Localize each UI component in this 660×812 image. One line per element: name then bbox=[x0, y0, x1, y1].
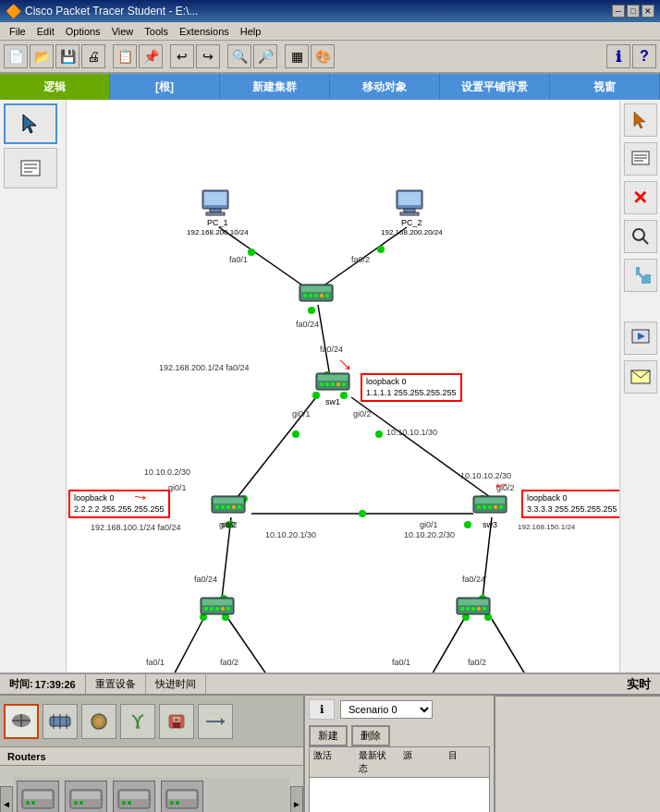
delete-tool[interactable]: ✕ bbox=[624, 181, 657, 214]
mode-new-cluster[interactable]: 新建集群 bbox=[220, 74, 330, 100]
svg-point-49 bbox=[320, 294, 324, 297]
node-pc2[interactable]: PC_2192.168.200.20/24 bbox=[381, 188, 443, 236]
lb1-line1: loopback 0 bbox=[366, 377, 457, 388]
print-button[interactable]: 🖨 bbox=[81, 44, 105, 68]
select-tool[interactable] bbox=[4, 103, 57, 144]
svg-point-54 bbox=[325, 382, 329, 386]
sw-lr-icon bbox=[455, 594, 492, 620]
mode-logic[interactable]: 逻辑 bbox=[0, 74, 110, 100]
paste-button[interactable]: 📌 bbox=[139, 44, 163, 68]
resize-tool[interactable] bbox=[624, 259, 657, 292]
sw3-icon bbox=[471, 492, 508, 518]
mode-background[interactable]: 设置平铺背景 bbox=[440, 74, 550, 100]
menu-tools[interactable]: Tools bbox=[139, 24, 174, 39]
svg-line-13 bbox=[163, 619, 203, 673]
label-fa024-lr: fa0/24 bbox=[462, 575, 485, 584]
svg-point-84 bbox=[477, 607, 481, 611]
node-sw-lr[interactable] bbox=[455, 594, 492, 620]
category-hubs[interactable] bbox=[81, 704, 116, 739]
close-button[interactable]: ✕ bbox=[642, 5, 654, 18]
model-1841[interactable]: 1841 bbox=[17, 781, 59, 813]
label-192-200: 192.168.200.1/24 fa0/24 bbox=[159, 363, 250, 372]
info-button[interactable]: ℹ bbox=[606, 44, 630, 68]
category-wan[interactable] bbox=[198, 704, 233, 739]
statusbar: 时间: 17:39:26 重置设备 快进时间 实时 bbox=[0, 673, 660, 695]
svg-point-130 bbox=[26, 801, 30, 805]
mode-root[interactable]: [根] bbox=[110, 74, 220, 100]
label-gi01-sw2: gi0/1 bbox=[168, 483, 187, 492]
svg-point-56 bbox=[336, 382, 340, 386]
note-tool[interactable] bbox=[624, 142, 657, 176]
model-1941[interactable]: 1941 bbox=[65, 781, 107, 813]
svg-marker-109 bbox=[632, 267, 651, 284]
inspect-tool[interactable] bbox=[624, 220, 657, 253]
menu-options[interactable]: Options bbox=[60, 24, 106, 39]
envelope-tool[interactable] bbox=[624, 360, 657, 394]
node-sw0[interactable] bbox=[298, 281, 335, 307]
delete-scenario-button[interactable]: 删除 bbox=[351, 725, 390, 746]
place-note-tool[interactable] bbox=[4, 148, 57, 188]
loopback-sw1: loopback 0 1.1.1.1 255.255.255.255 bbox=[361, 373, 462, 402]
menu-view[interactable]: View bbox=[106, 24, 140, 39]
scroll-right-button[interactable]: ► bbox=[290, 786, 303, 813]
maximize-button[interactable]: □ bbox=[627, 5, 640, 18]
model-2620xm[interactable]: 2620XM bbox=[113, 781, 155, 813]
lb3-line2: 3.3.3.3 255.255.255.255 bbox=[527, 504, 617, 515]
new-scenario-button[interactable]: 新建 bbox=[309, 725, 348, 746]
mode-move[interactable]: 移动对象 bbox=[330, 74, 440, 100]
svg-point-19 bbox=[308, 307, 315, 314]
svg-point-69 bbox=[488, 505, 492, 509]
reset-equipment[interactable]: 重置设备 bbox=[86, 674, 146, 694]
network-canvas[interactable]: PC_1192.168.200.10/24 PC_2192.168.200.20… bbox=[67, 100, 619, 673]
menu-extensions[interactable]: Extensions bbox=[174, 24, 235, 39]
minimize-button[interactable]: ─ bbox=[612, 5, 625, 18]
svg-line-108 bbox=[642, 238, 648, 244]
category-wireless[interactable] bbox=[120, 704, 155, 739]
right-toolpanel: ✕ bbox=[619, 100, 660, 673]
pc2-icon bbox=[395, 188, 428, 216]
palette-button[interactable]: 🎨 bbox=[311, 44, 335, 68]
save-button[interactable]: 💾 bbox=[55, 44, 79, 68]
zoom-out-button[interactable]: 🔎 bbox=[253, 44, 277, 68]
grid-button[interactable]: ▦ bbox=[285, 44, 309, 68]
svg-point-57 bbox=[342, 382, 346, 386]
svg-point-24 bbox=[375, 430, 383, 438]
copy-button[interactable]: 📋 bbox=[113, 44, 137, 68]
zoom-in-button[interactable]: 🔍 bbox=[227, 44, 251, 68]
device-categories bbox=[0, 696, 303, 747]
scroll-left-button[interactable]: ◄ bbox=[0, 786, 13, 813]
svg-point-68 bbox=[483, 505, 486, 509]
label-fa01-pc5: fa0/1 bbox=[392, 658, 410, 667]
label-fa024-ll: fa0/24 bbox=[194, 575, 217, 584]
forward-tool[interactable] bbox=[624, 321, 657, 355]
svg-point-75 bbox=[210, 607, 214, 611]
scenario-select[interactable]: Scenario 0 bbox=[340, 700, 433, 719]
device-label: Routers bbox=[0, 747, 303, 766]
node-pc1[interactable]: PC_1192.168.200.10/24 bbox=[187, 188, 249, 236]
help-button[interactable]: ? bbox=[632, 44, 656, 68]
app-icon: 🔶 bbox=[6, 4, 21, 18]
new-button[interactable]: 📄 bbox=[4, 44, 28, 68]
category-routers[interactable] bbox=[4, 704, 39, 739]
menu-help[interactable]: Help bbox=[235, 24, 267, 39]
open-button[interactable]: 📂 bbox=[30, 44, 54, 68]
label-10-10-20-1: 10.10.20.1/30 bbox=[265, 530, 316, 539]
cursor-tool[interactable] bbox=[624, 103, 657, 137]
svg-point-61 bbox=[221, 505, 225, 509]
mode-bg-label: 设置平铺背景 bbox=[461, 79, 528, 95]
advance-time[interactable]: 快进时间 bbox=[146, 674, 206, 694]
svg-point-29 bbox=[359, 510, 366, 517]
model-more[interactable]: 26... bbox=[161, 781, 203, 813]
node-sw3[interactable]: sw3 bbox=[471, 492, 508, 529]
device-tray: Routers ◄ 1841 1941 bbox=[0, 696, 305, 812]
mode-logic-label: 逻辑 bbox=[43, 79, 66, 95]
svg-line-16 bbox=[492, 619, 538, 673]
undo-button[interactable]: ↩ bbox=[170, 44, 194, 68]
node-sw-ll[interactable] bbox=[199, 594, 236, 620]
category-security[interactable] bbox=[159, 704, 194, 739]
mode-view[interactable]: 视窗 bbox=[550, 74, 660, 100]
menu-edit[interactable]: Edit bbox=[31, 24, 60, 39]
category-switches[interactable] bbox=[43, 704, 78, 739]
menu-file[interactable]: File bbox=[4, 24, 31, 39]
redo-button[interactable]: ↪ bbox=[196, 44, 220, 68]
